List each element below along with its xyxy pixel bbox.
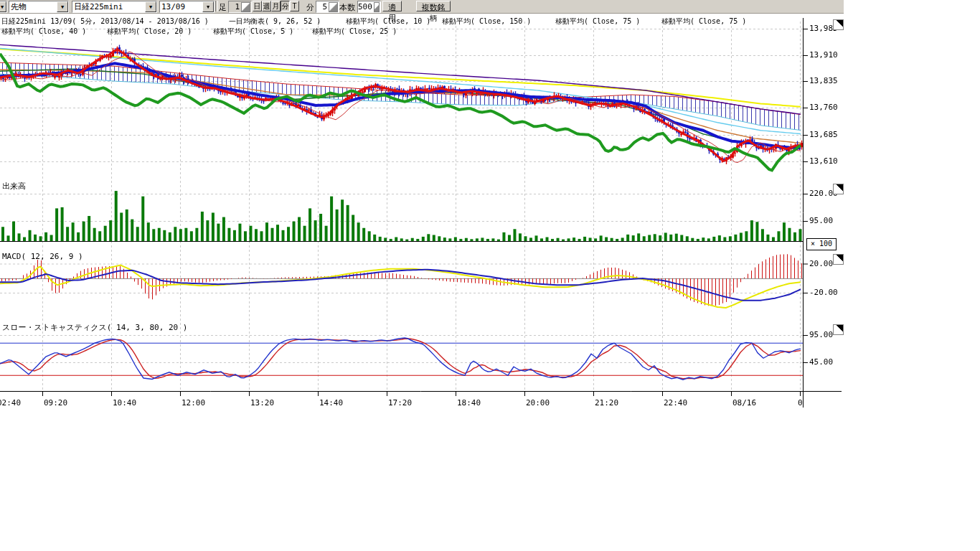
volume-pane-label: 出来高 <box>2 181 26 192</box>
indicator-legend-label: 移動平均( Close, 75 ) <box>661 17 746 27</box>
indicator-legend-label: 日経225mini 13/09( 5分, 2013/08/14 - 2013/0… <box>1 17 209 27</box>
time-axis-label: 0 <box>798 398 803 408</box>
price-axis-label: 13,685 <box>809 130 838 139</box>
time-axis-label: 13:20 <box>250 398 274 408</box>
indicator-legend-label: 移動平均( Close, 75 ) <box>555 17 640 27</box>
trading-chart-app: ▼ 先物 ▼ 日経225mini ▼ 13/09 ▼ 足 1 日 週 月 分 T… <box>0 0 980 551</box>
chevron-down-icon[interactable]: ▼ <box>202 1 214 12</box>
indicator-axis-label: 20.00 <box>809 259 833 268</box>
indicator-legend-label: 一目均衡表( 9, 26, 52 ) <box>229 17 321 27</box>
multi-symbol-button[interactable]: 複数銘柄 <box>416 1 451 11</box>
chevron-down-icon[interactable]: ▼ <box>0 1 6 12</box>
time-axis-label: 20:00 <box>526 398 550 408</box>
instrument-type-select[interactable]: 先物 ▼ <box>9 1 69 13</box>
indicator-axis-label: 95.00 <box>809 330 833 339</box>
macd-pane-label: MACD( 12, 26, 9 ) <box>2 252 83 261</box>
apply-button[interactable]: 適用 <box>382 1 402 11</box>
minute-value-stepper[interactable]: 5 <box>316 1 339 13</box>
pane-collapse-icon[interactable] <box>833 254 844 265</box>
period-day-button[interactable]: 日 <box>253 1 262 11</box>
price-axis-label: 13,760 <box>809 103 838 112</box>
indicator-legend-label: 移動平均( Close, 20 ) <box>107 27 192 37</box>
bar-count-stepper[interactable]: 500 <box>357 1 381 13</box>
contract-month-select[interactable]: 13/09 ▼ <box>159 1 215 13</box>
price-axis-label: 13,610 <box>809 156 838 166</box>
period-minute-button[interactable]: 分 <box>281 1 290 11</box>
spinner-icon[interactable] <box>241 2 250 12</box>
chevron-down-icon[interactable]: ▼ <box>145 1 156 12</box>
bar-interval-stepper[interactable]: 1 <box>228 1 252 13</box>
indicator-legend-label: 移動平均( Close, 25 ) <box>312 27 397 37</box>
indicator-legend-label: 移動平均( Close, 40 ) <box>1 27 86 37</box>
pane-collapse-icon[interactable] <box>833 324 844 335</box>
time-axis-label: 02:40 <box>0 398 21 408</box>
time-axis-label: 14:40 <box>319 398 343 408</box>
stochastics-pane-label: スロー・ストキャスティクス( 14, 3, 80, 20 ) <box>2 322 187 333</box>
indicator-legend-label: 移動平均( Close, 150 ) <box>442 17 531 27</box>
indicator-axis-label: 45.00 <box>809 357 833 367</box>
period-tick-button[interactable]: T <box>290 1 299 11</box>
spinner-icon[interactable] <box>329 2 338 12</box>
indicator-legend-label: 移動平均( Close, 5 ) <box>213 27 293 37</box>
time-axis-label: 21:20 <box>595 398 618 408</box>
indicator-axis-label: 95.00 <box>809 216 833 225</box>
time-axis-label: 22:40 <box>664 398 687 408</box>
chevron-down-icon[interactable]: ▼ <box>57 1 68 12</box>
spinner-icon[interactable] <box>374 2 380 12</box>
toolbar-separator <box>215 1 218 11</box>
price-axis-label: 13,910 <box>809 50 838 60</box>
period-month-button[interactable]: 月 <box>271 1 281 11</box>
time-axis-label: 08/16 <box>732 398 756 408</box>
volume-multiplier-badge: × 100 <box>806 238 837 250</box>
price-axis-label: 13,835 <box>809 76 838 85</box>
period-week-button[interactable]: 週 <box>262 1 271 11</box>
symbol-select[interactable]: 日経225mini ▼ <box>72 1 157 13</box>
time-axis-label: 10:40 <box>113 398 136 408</box>
toolbar: ▼ 先物 ▼ 日経225mini ▼ 13/09 ▼ 足 1 日 週 月 分 T… <box>0 0 844 14</box>
time-axis-label: 18:40 <box>457 398 481 408</box>
time-axis-label: 09:20 <box>44 398 67 408</box>
time-axis-label: 17:20 <box>388 398 412 408</box>
minute-label: 分 <box>306 2 314 13</box>
bar-type-label: 足 <box>219 2 227 13</box>
pane-collapse-icon[interactable] <box>833 184 844 194</box>
indicator-axis-label: -20.00 <box>809 288 838 297</box>
bar-count-label: 本数 <box>339 2 355 13</box>
time-axis-label: 12:00 <box>182 398 205 408</box>
indicator-legend-label: 移動平均( Close, 10 ) <box>346 17 430 27</box>
clipped-combo[interactable]: ▼ <box>0 1 7 13</box>
pane-collapse-icon[interactable] <box>833 19 844 30</box>
